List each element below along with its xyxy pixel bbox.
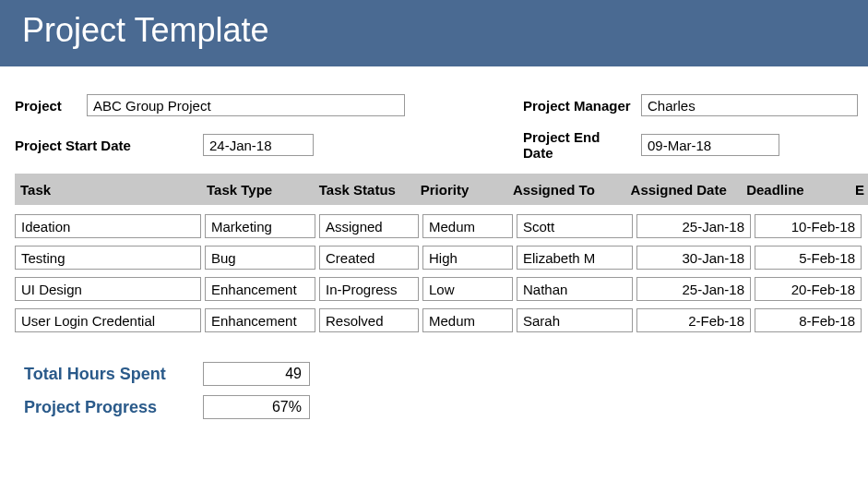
project-input[interactable] xyxy=(87,94,405,116)
cell-assigned[interactable]: Nathan xyxy=(517,277,633,301)
manager-field-group: Project Manager xyxy=(523,94,858,116)
end-date-field-group: Project End Date xyxy=(523,129,779,161)
progress-input[interactable] xyxy=(203,395,310,419)
cell-assigned[interactable]: Scott xyxy=(517,214,633,238)
cell-deadline[interactable]: 20-Feb-18 xyxy=(755,277,862,301)
cell-status[interactable]: In-Progress xyxy=(319,277,419,301)
cell-task[interactable]: Testing xyxy=(15,246,201,270)
task-table: Task Task Type Task Status Priority Assi… xyxy=(15,174,868,332)
col-header-date: Assigned Date xyxy=(625,178,742,201)
table-body: Ideation Marketing Assigned Medum Scott … xyxy=(15,214,868,332)
cell-type[interactable]: Enhancement xyxy=(205,277,315,301)
table-row: UI Design Enhancement In-Progress Low Na… xyxy=(15,277,868,301)
page-header: Project Template xyxy=(0,0,868,66)
cell-task[interactable]: Ideation xyxy=(15,214,201,238)
cell-priority[interactable]: Low xyxy=(422,277,513,301)
project-label: Project xyxy=(15,98,87,114)
cell-assigned[interactable]: Elizabeth M xyxy=(517,246,633,270)
cell-status[interactable]: Resolved xyxy=(319,308,419,332)
page-title: Project Template xyxy=(22,11,268,49)
col-header-extra: E xyxy=(850,178,868,201)
info-row-1: Project Project Manager xyxy=(15,94,868,116)
cell-priority[interactable]: Medum xyxy=(422,308,513,332)
total-hours-input[interactable] xyxy=(203,362,310,386)
cell-task[interactable]: User Login Credential xyxy=(15,308,201,332)
col-header-task: Task xyxy=(15,178,201,201)
col-header-priority: Priority xyxy=(415,178,507,201)
cell-deadline[interactable]: 5-Feb-18 xyxy=(755,246,862,270)
cell-type[interactable]: Marketing xyxy=(205,214,315,238)
end-date-label: Project End Date xyxy=(523,129,641,161)
table-row: User Login Credential Enhancement Resolv… xyxy=(15,308,868,332)
table-header-row: Task Task Type Task Status Priority Assi… xyxy=(15,174,868,205)
table-row: Ideation Marketing Assigned Medum Scott … xyxy=(15,214,868,238)
cell-type[interactable]: Bug xyxy=(205,246,315,270)
start-date-input[interactable] xyxy=(203,134,314,156)
cell-task[interactable]: UI Design xyxy=(15,277,201,301)
content-area: Project Project Manager Project Start Da… xyxy=(0,66,868,419)
cell-assigned[interactable]: Sarah xyxy=(517,308,633,332)
col-header-assigned: Assigned To xyxy=(507,178,625,201)
end-date-input[interactable] xyxy=(641,134,779,156)
start-date-label: Project Start Date xyxy=(15,138,203,153)
cell-status[interactable]: Assigned xyxy=(319,214,419,238)
total-hours-label: Total Hours Spent xyxy=(15,365,203,384)
cell-status[interactable]: Created xyxy=(319,246,419,270)
table-row: Testing Bug Created High Elizabeth M 30-… xyxy=(15,246,868,270)
project-field-group: Project xyxy=(15,94,405,116)
cell-deadline[interactable]: 10-Feb-18 xyxy=(755,214,862,238)
col-header-status: Task Status xyxy=(314,178,415,201)
info-row-2: Project Start Date Project End Date xyxy=(15,129,868,161)
progress-row: Project Progress xyxy=(15,395,868,419)
cell-priority[interactable]: Medum xyxy=(422,214,513,238)
total-hours-row: Total Hours Spent xyxy=(15,362,868,386)
cell-deadline[interactable]: 8-Feb-18 xyxy=(755,308,862,332)
start-date-field-group: Project Start Date xyxy=(15,134,314,156)
summary-section: Total Hours Spent Project Progress xyxy=(15,362,868,419)
cell-priority[interactable]: High xyxy=(422,246,513,270)
cell-date[interactable]: 30-Jan-18 xyxy=(636,246,751,270)
manager-label: Project Manager xyxy=(523,98,641,114)
col-header-type: Task Type xyxy=(201,178,314,201)
progress-label: Project Progress xyxy=(15,398,203,417)
cell-date[interactable]: 2-Feb-18 xyxy=(636,308,751,332)
cell-date[interactable]: 25-Jan-18 xyxy=(636,277,751,301)
cell-type[interactable]: Enhancement xyxy=(205,308,315,332)
col-header-deadline: Deadline xyxy=(741,178,850,201)
manager-input[interactable] xyxy=(641,94,858,116)
cell-date[interactable]: 25-Jan-18 xyxy=(636,214,751,238)
